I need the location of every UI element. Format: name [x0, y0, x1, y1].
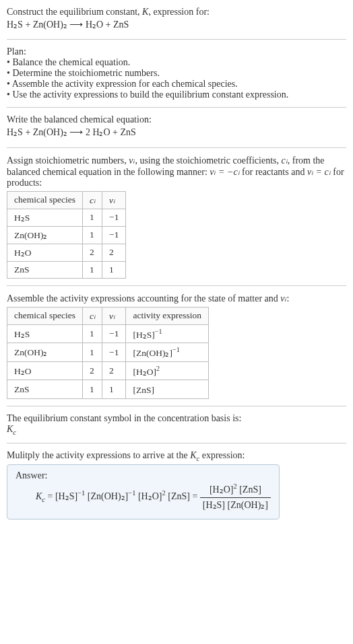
table-row: Zn(OH)₂ 1 −1 [Zn(OH)₂]−1: [7, 343, 209, 362]
answer-eq: =: [45, 491, 55, 501]
assign-text-b: , using the stoichiometric coefficients,: [135, 155, 281, 166]
table-row: H₂S 1 −1 [H₂S]−1: [7, 324, 209, 343]
answer-eq2: =: [190, 491, 200, 501]
divider: [7, 285, 346, 286]
assign-block: Assign stoichiometric numbers, νᵢ, using…: [7, 155, 346, 279]
stoich-table: chemical species cᵢ νᵢ H₂S 1 −1 Zn(OH)₂ …: [7, 191, 126, 279]
cell-nui: 2: [102, 361, 126, 380]
table-header-row: chemical species cᵢ νᵢ: [7, 191, 126, 209]
plan-bullet-3: • Assemble the activity expression for e…: [7, 79, 346, 90]
cell-ci: 2: [83, 361, 102, 380]
table-row: Zn(OH)₂ 1 −1: [7, 226, 126, 244]
plan-block: Plan: • Balance the chemical equation. •…: [7, 46, 346, 100]
assign-rel1: νᵢ = −cᵢ: [210, 167, 239, 177]
answer-label: Answer:: [15, 470, 271, 481]
cell-nui: 1: [102, 261, 126, 278]
cell-species: H₂O: [7, 244, 83, 261]
th-nui: νᵢ: [102, 191, 126, 209]
intro-text-b: , expression for:: [148, 7, 210, 17]
intro-block: Construct the equilibrium constant, K, e…: [7, 7, 346, 32]
cell-nui: −1: [102, 343, 126, 362]
term4: [ZnS]: [168, 491, 190, 501]
act-base: [Zn(OH)₂]: [133, 348, 172, 358]
symbol-block: The equilibrium constant symbol in the c…: [7, 413, 346, 436]
act-base: [H₂O]: [133, 366, 156, 376]
den-a: [H₂S]: [203, 500, 225, 510]
plan-bullet-2: • Determine the stoichiometric numbers.: [7, 68, 346, 79]
assign-c: cᵢ: [282, 155, 288, 166]
answer-box: Answer: Kc = [H₂S]−1 [Zn(OH)₂]−1 [H₂O]2 …: [7, 464, 280, 519]
balanced-title: Write the balanced chemical equation:: [7, 114, 346, 125]
cell-nui: 2: [102, 244, 126, 261]
multiply-kc: Kc: [190, 450, 199, 460]
kc-pre: K: [190, 450, 196, 460]
intro-equation: H₂S + Zn(OH)₂ ⟶ H₂O + ZnS: [7, 20, 129, 30]
frac-den: [H₂S] [Zn(OH)₂]: [200, 498, 271, 513]
divider: [7, 443, 346, 443]
table-row: ZnS 1 1: [7, 261, 126, 278]
act-exp: −1: [155, 328, 162, 335]
den-b: [Zn(OH)₂]: [228, 500, 268, 510]
assemble-nu: νᵢ: [280, 293, 286, 303]
multiply-text-a: Mulitply the activity expressions to arr…: [7, 450, 190, 460]
cell-species: Zn(OH)₂: [7, 226, 83, 244]
th-ci: cᵢ: [83, 191, 102, 209]
divider: [7, 39, 346, 40]
answer-fraction: [H₂O]2 [ZnS] [H₂S] [Zn(OH)₂]: [200, 481, 271, 513]
cell-ci: 1: [83, 261, 102, 278]
frac-num: [H₂O]2 [ZnS]: [200, 481, 271, 498]
num-a-exp: 2: [233, 482, 236, 490]
assemble-text-b: :: [287, 293, 290, 303]
th-activity: activity expression: [126, 307, 209, 324]
intro-text-a: Construct the equilibrium constant,: [7, 7, 142, 17]
num-a-base: [H₂O]: [210, 485, 234, 495]
th-nui: νᵢ: [102, 307, 126, 324]
symbol-line1: The equilibrium constant symbol in the c…: [7, 413, 346, 424]
divider: [7, 406, 346, 406]
intro-K: K: [142, 7, 148, 17]
act-base: [ZnS]: [133, 385, 154, 395]
cell-activity: [Zn(OH)₂]−1: [126, 343, 209, 362]
cell-ci: 1: [83, 226, 102, 244]
symbol-kc: Kc: [7, 424, 346, 436]
cell-nui: −1: [102, 324, 126, 343]
num-b: [ZnS]: [239, 485, 261, 495]
cell-ci: 1: [83, 324, 102, 343]
cell-ci: 1: [83, 380, 102, 399]
plan-title: Plan:: [7, 46, 346, 57]
balanced-equation: H₂S + Zn(OH)₂ ⟶ 2 H₂O + ZnS: [7, 125, 346, 140]
cell-nui: −1: [102, 209, 126, 226]
cell-ci: 1: [83, 209, 102, 226]
term2: [Zn(OH)₂]−1: [88, 491, 136, 501]
cell-species: H₂S: [7, 324, 83, 343]
activity-table: chemical species cᵢ νᵢ activity expressi…: [7, 307, 209, 399]
t2-exp: −1: [128, 490, 135, 497]
table-header-row: chemical species cᵢ νᵢ activity expressi…: [7, 307, 209, 324]
multiply-block: Mulitply the activity expressions to arr…: [7, 450, 346, 520]
divider: [7, 147, 346, 148]
table-row: H₂S 1 −1: [7, 209, 126, 226]
cell-species: ZnS: [7, 261, 83, 278]
cell-nui: −1: [102, 226, 126, 244]
cell-species: H₂O: [7, 361, 83, 380]
cell-ci: 1: [83, 343, 102, 362]
cell-nui: 1: [102, 380, 126, 399]
act-exp: −1: [172, 346, 180, 353]
answer-kc: Kc: [36, 491, 45, 501]
t3-exp: 2: [162, 490, 165, 497]
term1: [H₂S]−1: [55, 491, 85, 501]
kc-sub: c: [13, 429, 16, 436]
th-species: chemical species: [7, 307, 83, 324]
th-ci: cᵢ: [83, 307, 102, 324]
act-exp: 2: [156, 365, 160, 372]
act-base: [H₂S]: [133, 329, 154, 339]
assign-rel2: νᵢ = cᵢ: [307, 167, 331, 177]
plan-bullet-4: • Use the activity expressions to build …: [7, 90, 346, 100]
t3-base: [H₂O]: [138, 491, 162, 501]
assign-text-d: for reactants and: [240, 167, 307, 177]
th-species: chemical species: [7, 191, 83, 209]
assign-text-a: Assign stoichiometric numbers,: [7, 155, 129, 166]
multiply-text-b: expression:: [199, 450, 245, 460]
cell-species: H₂S: [7, 209, 83, 226]
table-row: H₂O 2 2: [7, 244, 126, 261]
